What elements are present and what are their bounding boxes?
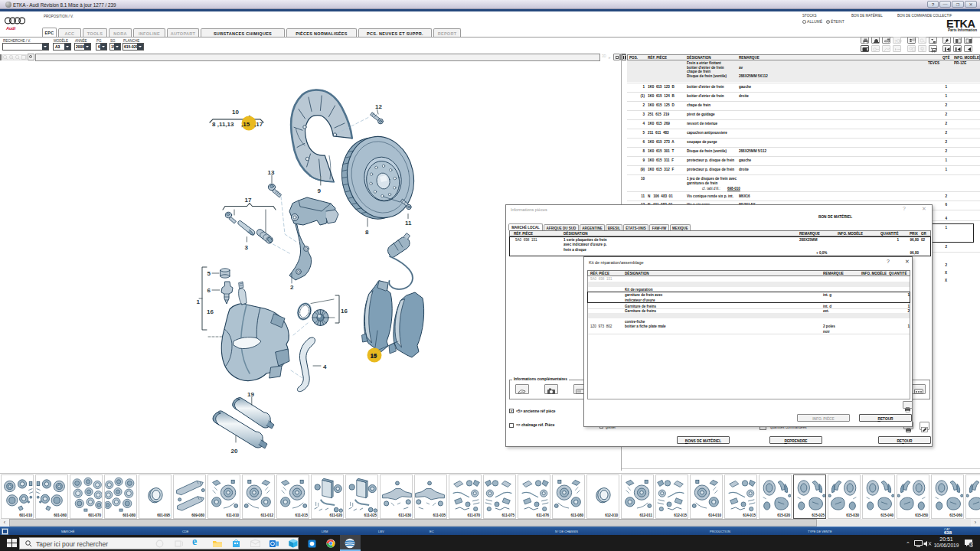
svg-text:6: 6 [207,287,211,294]
svg-text:20: 20 [231,448,238,455]
svg-text:8 ,11,13: 8 ,11,13 [212,121,234,128]
svg-text:3: 3 [245,244,249,251]
svg-text:17: 17 [245,197,252,204]
svg-text:7: 7 [895,39,897,44]
svg-text:12: 12 [375,103,382,110]
svg-text:10: 10 [232,109,239,116]
svg-text:,15: ,15 [241,121,250,128]
svg-text:3: 3 [970,543,972,547]
svg-text:16: 16 [207,308,214,315]
svg-text:15: 15 [371,353,377,360]
svg-text:5: 5 [207,270,211,277]
svg-text:4: 4 [323,364,327,370]
svg-text:13: 13 [268,169,275,176]
svg-text:19: 19 [247,391,254,398]
svg-text:16: 16 [341,308,348,315]
svg-text:2: 2 [290,284,294,291]
svg-text:11: 11 [405,220,412,227]
svg-text:9: 9 [318,187,322,194]
svg-text:1: 1 [197,298,201,305]
svg-text:,17: ,17 [254,121,263,128]
svg-text:8: 8 [365,229,369,236]
